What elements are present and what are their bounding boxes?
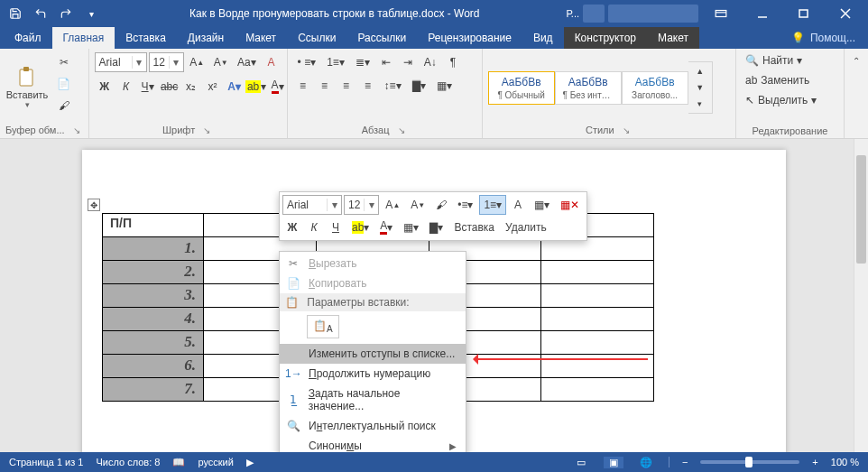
subscript-button[interactable]: x₂ [181,77,201,97]
save-button[interactable] [4,2,27,25]
menu-adjust-list-indents[interactable]: Изменить отступы в списке... [280,344,466,364]
zoom-in-button[interactable]: + [812,457,817,467]
tab-design[interactable]: Дизайн [177,27,235,49]
mini-underline[interactable]: Ч [326,217,346,237]
highlight-button[interactable]: ab▾ [246,77,266,97]
mini-grow-font[interactable]: A▲ [381,195,404,215]
show-marks-button[interactable]: ¶ [443,52,463,72]
font-color-button[interactable]: A▾ [268,76,288,97]
multilevel-button[interactable]: ≣▾ [351,52,374,72]
font-name-combo[interactable]: Arial▾ [95,52,147,72]
style-heading1[interactable]: АаБбВв Заголово... [622,71,688,105]
styles-more[interactable]: ▾ [690,97,710,111]
mini-format-painter[interactable]: 🖌 [431,195,451,215]
mini-borders[interactable]: ▦▾ [399,217,423,237]
font-size-combo[interactable]: 12▾ [149,52,184,72]
paragraph-launcher[interactable]: ↘ [395,125,408,136]
view-print-layout[interactable]: ▣ [604,457,623,468]
status-proofing[interactable]: 📖 [172,457,185,468]
justify-button[interactable]: ≡ [358,76,378,96]
view-web-layout[interactable]: 🌐 [636,457,656,468]
mini-insert-cells[interactable]: Вставка [449,217,499,237]
tab-view[interactable]: Вид [522,27,564,49]
scrollbar-thumb[interactable] [856,155,866,264]
tab-layout[interactable]: Макет [235,27,287,49]
cell-number[interactable]: 5. [103,331,204,355]
sort-button[interactable]: A↓ [420,52,441,72]
change-case-button[interactable]: Aa▾ [234,52,260,72]
replace-button[interactable]: abЗаменить [742,72,838,88]
status-language[interactable]: русский [198,457,233,467]
mini-styles[interactable]: A [508,195,528,215]
cell-header[interactable]: П/П [103,214,204,237]
menu-set-numbering-value[interactable]: 1̲ Задать начальное значение... [280,384,466,416]
minimize-button[interactable] [743,0,781,27]
status-words[interactable]: Число слов: 8 [96,457,160,467]
account-avatar[interactable] [583,5,605,23]
cell[interactable] [541,308,654,331]
undo-button[interactable] [29,2,52,25]
mini-font-size[interactable]: 12▾ [344,195,379,215]
zoom-level[interactable]: 100 % [831,457,859,467]
close-button[interactable] [826,0,864,27]
line-spacing-button[interactable]: ↕≡▾ [380,76,406,96]
account-label[interactable]: Р... [567,8,579,19]
styles-launcher[interactable]: ↘ [620,125,633,136]
align-left-button[interactable]: ≡ [293,76,313,96]
strike-button[interactable]: abc [160,77,180,97]
status-macro[interactable]: ▶ [246,457,254,468]
bullets-button[interactable]: • ≡▾ [293,52,321,72]
menu-cut[interactable]: ✂ Вырезать [280,254,466,273]
mini-table-insert-menu[interactable]: ▦▾ [530,195,554,215]
cell[interactable] [541,261,654,284]
table-move-handle[interactable]: ✥ [88,199,100,211]
decrease-indent-button[interactable]: ⇤ [376,52,396,72]
borders-button[interactable]: ▦▾ [432,76,457,96]
account-name-box[interactable] [608,5,698,23]
tab-review[interactable]: Рецензирование [417,27,522,49]
tab-table-layout[interactable]: Макет [647,27,699,49]
zoom-out-button[interactable]: − [682,457,688,467]
style-no-spacing[interactable]: АаБбВв ¶ Без инте... [555,71,622,105]
font-launcher[interactable]: ↘ [200,125,213,136]
grow-font-button[interactable]: A▲ [186,52,208,72]
maximize-button[interactable] [785,0,823,27]
cell-number[interactable]: 2. [103,261,204,284]
menu-copy[interactable]: 📄 Копировать [280,273,466,293]
shrink-font-button[interactable]: A▼ [209,52,231,72]
paste-keep-text-button[interactable]: 📋A [307,315,339,338]
mini-shading[interactable]: ▇▾ [425,217,448,237]
format-painter-button[interactable]: 🖌 [52,96,75,116]
status-page[interactable]: Страница 1 из 1 [9,457,83,467]
tab-insert[interactable]: Вставка [115,27,177,49]
tab-table-design[interactable]: Конструктор [564,27,647,49]
qat-customize-button[interactable]: ▾ [79,2,103,25]
cut-button[interactable]: ✂ [52,52,75,72]
styles-scroll-down[interactable]: ▼ [690,80,710,95]
superscript-button[interactable]: x² [203,77,223,97]
vertical-scrollbar[interactable] [854,139,868,452]
mini-font-name[interactable]: Arial▾ [282,195,342,215]
align-center-button[interactable]: ≡ [315,76,335,96]
cell-number[interactable]: 1. [103,237,204,261]
clear-format-button[interactable]: A [262,52,282,72]
italic-button[interactable]: К [116,77,136,97]
mini-bullets[interactable]: •≡▾ [453,195,477,215]
zoom-thumb[interactable] [745,457,753,467]
numbering-button[interactable]: 1≡▾ [322,52,349,72]
mini-highlight[interactable]: ab▾ [347,217,374,237]
cell[interactable] [541,378,654,402]
cell[interactable] [541,284,654,308]
bold-button[interactable]: Ж [95,77,115,97]
cell-number[interactable]: 6. [103,355,204,378]
mini-shrink-font[interactable]: A▼ [406,195,429,215]
styles-scroll-up[interactable]: ▲ [690,64,710,79]
zoom-slider[interactable] [700,460,799,464]
redo-button[interactable] [54,2,78,25]
ribbon-options-button[interactable] [702,0,740,27]
cell-number[interactable]: 3. [103,284,204,308]
collapse-ribbon-button[interactable]: ⌃ [846,51,866,70]
mini-numbering[interactable]: 1≡▾ [479,195,506,215]
mini-font-color[interactable]: A▾ [375,217,397,237]
mini-bold[interactable]: Ж [282,217,302,237]
